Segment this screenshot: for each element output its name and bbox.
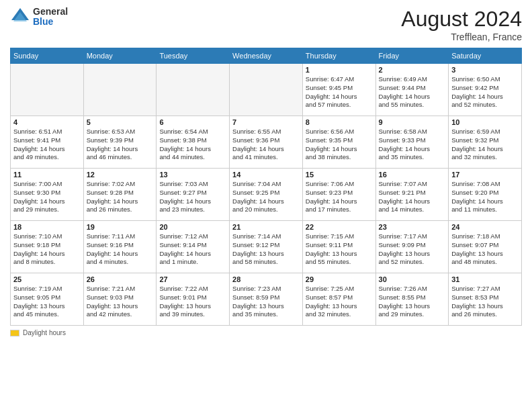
calendar-cell: 30Sunrise: 7:26 AM Sunset: 8:55 PM Dayli… (375, 273, 449, 326)
calendar-cell (83, 64, 157, 116)
calendar-cell (157, 64, 230, 116)
calendar-cell: 29Sunrise: 7:25 AM Sunset: 8:57 PM Dayli… (302, 273, 375, 326)
day-number: 7 (232, 118, 300, 126)
day-info: Sunrise: 7:21 AM Sunset: 9:03 PM Dayligh… (87, 285, 154, 319)
calendar-cell: 26Sunrise: 7:21 AM Sunset: 9:03 PM Dayli… (83, 273, 157, 326)
calendar-header-sunday: Sunday (11, 48, 84, 64)
calendar-cell: 7Sunrise: 6:55 AM Sunset: 9:36 PM Daylig… (230, 116, 303, 169)
calendar-cell: 20Sunrise: 7:12 AM Sunset: 9:14 PM Dayli… (157, 221, 230, 273)
day-number: 20 (159, 223, 226, 231)
day-info: Sunrise: 6:47 AM Sunset: 9:45 PM Dayligh… (306, 75, 373, 109)
day-info: Sunrise: 7:10 AM Sunset: 9:18 PM Dayligh… (13, 232, 81, 267)
calendar-cell: 21Sunrise: 7:14 AM Sunset: 9:12 PM Dayli… (230, 221, 303, 273)
day-number: 25 (13, 275, 81, 283)
day-info: Sunrise: 7:11 AM Sunset: 9:16 PM Dayligh… (87, 232, 154, 267)
calendar-cell: 24Sunrise: 7:18 AM Sunset: 9:07 PM Dayli… (449, 221, 522, 273)
day-number: 28 (232, 275, 300, 283)
day-info: Sunrise: 7:08 AM Sunset: 9:20 PM Dayligh… (451, 180, 519, 214)
calendar-cell: 25Sunrise: 7:19 AM Sunset: 9:05 PM Dayli… (11, 273, 84, 326)
calendar-header-saturday: Saturday (449, 48, 522, 64)
calendar-cell: 4Sunrise: 6:51 AM Sunset: 9:41 PM Daylig… (11, 116, 84, 169)
day-number: 22 (306, 223, 373, 231)
day-number: 11 (13, 171, 81, 179)
calendar-header-tuesday: Tuesday (157, 48, 230, 64)
calendar-week-3: 11Sunrise: 7:00 AM Sunset: 9:30 PM Dayli… (11, 169, 522, 221)
day-info: Sunrise: 7:25 AM Sunset: 8:57 PM Dayligh… (306, 285, 373, 319)
calendar-week-4: 18Sunrise: 7:10 AM Sunset: 9:18 PM Dayli… (11, 221, 522, 273)
calendar-cell: 22Sunrise: 7:15 AM Sunset: 9:11 PM Dayli… (302, 221, 375, 273)
day-info: Sunrise: 6:50 AM Sunset: 9:42 PM Dayligh… (451, 75, 519, 109)
day-number: 16 (379, 171, 446, 179)
day-info: Sunrise: 6:55 AM Sunset: 9:36 PM Dayligh… (232, 128, 300, 162)
day-number: 26 (87, 275, 154, 283)
day-info: Sunrise: 7:23 AM Sunset: 8:59 PM Dayligh… (232, 285, 300, 319)
day-info: Sunrise: 7:07 AM Sunset: 9:21 PM Dayligh… (379, 180, 446, 214)
day-info: Sunrise: 7:18 AM Sunset: 9:07 PM Dayligh… (451, 232, 519, 267)
calendar-cell: 16Sunrise: 7:07 AM Sunset: 9:21 PM Dayli… (375, 169, 449, 221)
day-info: Sunrise: 7:14 AM Sunset: 9:12 PM Dayligh… (232, 232, 300, 267)
day-number: 13 (159, 171, 226, 179)
day-info: Sunrise: 7:26 AM Sunset: 8:55 PM Dayligh… (379, 285, 446, 319)
day-number: 24 (451, 223, 519, 231)
day-number: 2 (379, 66, 446, 74)
footer: Daylight hours (10, 329, 522, 336)
logo-text: General Blue (33, 7, 68, 28)
day-info: Sunrise: 7:19 AM Sunset: 9:05 PM Dayligh… (13, 285, 81, 319)
day-info: Sunrise: 6:58 AM Sunset: 9:33 PM Dayligh… (379, 128, 446, 162)
calendar-cell (230, 64, 303, 116)
day-info: Sunrise: 6:51 AM Sunset: 9:41 PM Dayligh… (13, 128, 81, 162)
calendar-cell: 23Sunrise: 7:17 AM Sunset: 9:09 PM Dayli… (375, 221, 449, 273)
day-number: 31 (451, 275, 519, 283)
calendar-header-monday: Monday (83, 48, 157, 64)
calendar-cell: 13Sunrise: 7:03 AM Sunset: 9:27 PM Dayli… (157, 169, 230, 221)
calendar-cell: 19Sunrise: 7:11 AM Sunset: 9:16 PM Dayli… (83, 221, 157, 273)
logo-blue: Blue (33, 17, 68, 27)
day-number: 30 (379, 275, 446, 283)
day-info: Sunrise: 6:53 AM Sunset: 9:39 PM Dayligh… (87, 128, 154, 162)
calendar-cell: 6Sunrise: 6:54 AM Sunset: 9:38 PM Daylig… (157, 116, 230, 169)
title-block: August 2024 Trefflean, France (401, 7, 522, 42)
calendar-cell: 15Sunrise: 7:06 AM Sunset: 9:23 PM Dayli… (302, 169, 375, 221)
day-number: 27 (159, 275, 226, 283)
calendar-cell: 3Sunrise: 6:50 AM Sunset: 9:42 PM Daylig… (449, 64, 522, 116)
day-number: 18 (13, 223, 81, 231)
day-number: 4 (13, 118, 81, 126)
day-info: Sunrise: 7:15 AM Sunset: 9:11 PM Dayligh… (306, 232, 373, 267)
calendar-cell: 11Sunrise: 7:00 AM Sunset: 9:30 PM Dayli… (11, 169, 84, 221)
logo-general: General (33, 7, 68, 17)
day-info: Sunrise: 7:02 AM Sunset: 9:28 PM Dayligh… (87, 180, 154, 214)
calendar: SundayMondayTuesdayWednesdayThursdayFrid… (10, 48, 522, 326)
calendar-cell: 2Sunrise: 6:49 AM Sunset: 9:44 PM Daylig… (375, 64, 449, 116)
day-number: 15 (306, 171, 373, 179)
day-number: 6 (159, 118, 226, 126)
calendar-week-1: 1Sunrise: 6:47 AM Sunset: 9:45 PM Daylig… (11, 64, 522, 116)
calendar-week-2: 4Sunrise: 6:51 AM Sunset: 9:41 PM Daylig… (11, 116, 522, 169)
day-info: Sunrise: 6:59 AM Sunset: 9:32 PM Dayligh… (451, 128, 519, 162)
calendar-cell: 12Sunrise: 7:02 AM Sunset: 9:28 PM Dayli… (83, 169, 157, 221)
calendar-cell: 27Sunrise: 7:22 AM Sunset: 9:01 PM Dayli… (157, 273, 230, 326)
day-info: Sunrise: 7:22 AM Sunset: 9:01 PM Dayligh… (159, 285, 226, 319)
day-number: 5 (87, 118, 154, 126)
calendar-cell: 9Sunrise: 6:58 AM Sunset: 9:33 PM Daylig… (375, 116, 449, 169)
logo-icon (10, 7, 30, 27)
day-number: 3 (451, 66, 519, 74)
location: Trefflean, France (401, 32, 522, 42)
legend-label: Daylight hours (23, 329, 66, 336)
day-number: 12 (87, 171, 154, 179)
calendar-cell (11, 64, 84, 116)
calendar-cell: 18Sunrise: 7:10 AM Sunset: 9:18 PM Dayli… (11, 221, 84, 273)
calendar-cell: 1Sunrise: 6:47 AM Sunset: 9:45 PM Daylig… (302, 64, 375, 116)
day-info: Sunrise: 7:17 AM Sunset: 9:09 PM Dayligh… (379, 232, 446, 267)
header: General Blue August 2024 Trefflean, Fran… (10, 7, 522, 42)
day-number: 23 (379, 223, 446, 231)
calendar-cell: 17Sunrise: 7:08 AM Sunset: 9:20 PM Dayli… (449, 169, 522, 221)
calendar-header-row: SundayMondayTuesdayWednesdayThursdayFrid… (11, 48, 522, 64)
day-info: Sunrise: 7:12 AM Sunset: 9:14 PM Dayligh… (159, 232, 226, 267)
day-info: Sunrise: 6:49 AM Sunset: 9:44 PM Dayligh… (379, 75, 446, 109)
day-info: Sunrise: 7:03 AM Sunset: 9:27 PM Dayligh… (159, 180, 226, 214)
legend-color-box (10, 330, 19, 336)
day-number: 21 (232, 223, 300, 231)
day-number: 29 (306, 275, 373, 283)
calendar-header-friday: Friday (375, 48, 449, 64)
calendar-cell: 14Sunrise: 7:04 AM Sunset: 9:25 PM Dayli… (230, 169, 303, 221)
